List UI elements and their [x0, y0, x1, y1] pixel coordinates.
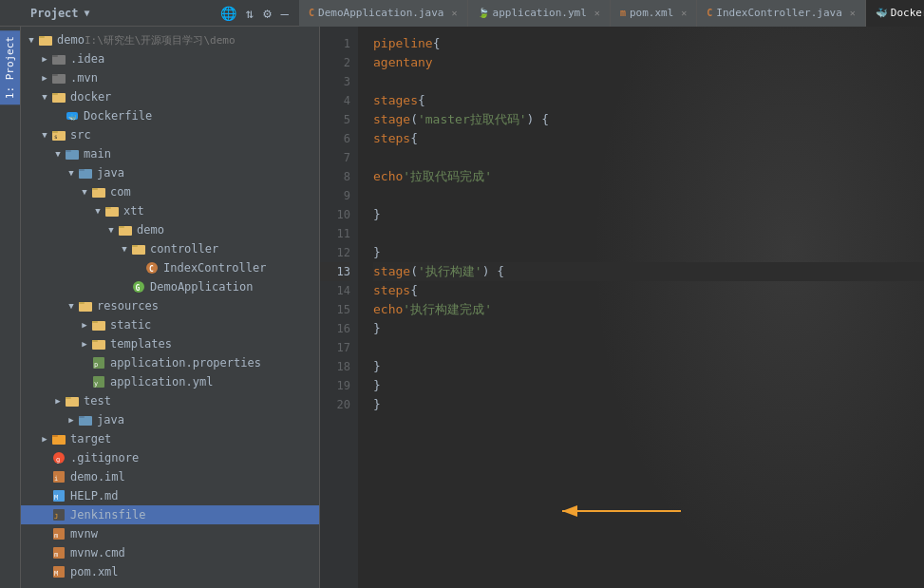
tree-item-dockerfile[interactable]: 🐳Dockerfile: [21, 106, 319, 125]
project-tab-vertical[interactable]: 1: Project: [0, 27, 21, 588]
tree-item-mvn[interactable]: ▶.mvn: [21, 68, 319, 87]
tree-arrow[interactable]: ▶: [38, 54, 51, 64]
tree-arrow[interactable]: ▼: [25, 35, 38, 45]
tab-icon-pomxml: m: [620, 8, 626, 18]
tab-close-indexcontroller[interactable]: ✕: [850, 8, 856, 18]
tree-arrow[interactable]: ▼: [78, 187, 91, 197]
tab-dockerfile[interactable]: 🐳 Dockerfile ✕: [866, 0, 924, 27]
tree-icon-folder-blue: [65, 146, 80, 161]
file-tree-sidebar: ▼demo I:\研究生\开源项目学习\demo▶.idea▶.mvn▼dock…: [21, 27, 320, 588]
tree-arrow[interactable]: ▶: [65, 415, 78, 425]
tree-arrow[interactable]: ▶: [78, 339, 91, 349]
tree-item-java2[interactable]: ▶java: [21, 410, 319, 429]
dropdown-arrow[interactable]: ▼: [85, 8, 90, 18]
line-number-2: 2: [320, 53, 350, 72]
tab-icon-dockerfile: 🐳: [876, 8, 887, 18]
svg-rect-22: [119, 226, 124, 228]
tree-label-java: java: [97, 166, 124, 180]
tree-arrow[interactable]: ▼: [38, 92, 51, 102]
tree-item-templates[interactable]: ▶templates: [21, 334, 319, 353]
tab-close-pomxml[interactable]: ✕: [681, 8, 687, 18]
code-editor: 1234567891011121314151617181920 pipeline…: [320, 27, 924, 588]
tree-arrow[interactable]: ▶: [78, 320, 91, 330]
tree-icon-folder-dot: [51, 51, 66, 66]
tree-item-com[interactable]: ▼com: [21, 182, 319, 201]
tree-item-demoiml[interactable]: idemo.iml: [21, 467, 319, 486]
tree-label-gitignore: .gitignore: [70, 451, 139, 465]
tree-arrow[interactable]: ▼: [91, 206, 104, 216]
tree-arrow[interactable]: ▼: [65, 301, 78, 311]
svg-text:C: C: [149, 265, 154, 274]
tree-item-gitignore[interactable]: g.gitignore: [21, 448, 319, 467]
tree-item-idea[interactable]: ▶.idea: [21, 49, 319, 68]
code-line-20: }: [373, 395, 924, 414]
tree-item-appprops[interactable]: papplication.properties: [21, 353, 319, 372]
svg-text:i: i: [54, 475, 58, 483]
tree-arrow[interactable]: ▶: [38, 73, 51, 83]
line-number-1: 1: [320, 34, 350, 53]
project-tab-label[interactable]: 1: Project: [0, 30, 20, 104]
tab-close-appyml[interactable]: ✕: [594, 8, 600, 18]
tab-indexcontroller[interactable]: C IndexController.java ✕: [697, 0, 866, 27]
tree-icon-jenkinsfile: J: [51, 507, 66, 522]
tree-item-mvnw[interactable]: mmvnw: [21, 524, 319, 543]
line-number-19: 19: [320, 376, 350, 395]
tree-item-java[interactable]: ▼java: [21, 163, 319, 182]
tree-item-indexcontroller[interactable]: CIndexController: [21, 258, 319, 277]
tree-arrow[interactable]: ▼: [51, 149, 65, 159]
tree-item-src[interactable]: ▼ssrc: [21, 125, 319, 144]
tree-item-demo-pkg[interactable]: ▼demo: [21, 220, 319, 239]
tree-arrow[interactable]: ▼: [104, 225, 118, 235]
tree-arrow[interactable]: ▼: [38, 130, 51, 140]
tree-icon-yml: y: [91, 374, 106, 389]
tree-item-static[interactable]: ▶static: [21, 315, 319, 334]
code-line-5: stage('master拉取代码') {: [373, 110, 924, 129]
tree-label-resources: resources: [97, 299, 159, 313]
tree-item-demo-root[interactable]: ▼demo I:\研究生\开源项目学习\demo: [21, 30, 319, 49]
tree-item-main[interactable]: ▼main: [21, 144, 319, 163]
svg-text:M: M: [54, 570, 58, 578]
tree-item-pomxml[interactable]: Mpom.xml: [21, 562, 319, 581]
tree-arrow[interactable]: ▶: [51, 396, 65, 406]
tree-item-test[interactable]: ▶test: [21, 391, 319, 410]
svg-rect-3: [52, 55, 58, 57]
svg-rect-14: [66, 150, 71, 152]
minimize-icon[interactable]: —: [278, 6, 292, 21]
code-line-11: [373, 224, 924, 243]
tree-item-jenkinsfile[interactable]: JJenkinsfile: [21, 505, 319, 524]
tab-demoapplication[interactable]: C DemoApplication.java ✕: [299, 0, 468, 27]
tree-item-target[interactable]: ▶target: [21, 429, 319, 448]
tab-close-demoapplication[interactable]: ✕: [451, 8, 457, 18]
tree-arrow[interactable]: ▶: [38, 434, 51, 444]
tree-item-docker[interactable]: ▼docker: [21, 87, 319, 106]
tab-label-demoapplication: DemoApplication.java: [318, 7, 443, 19]
tree-item-helpmd[interactable]: MHELP.md: [21, 486, 319, 505]
tree-icon-git: g: [51, 450, 66, 465]
code-line-17: [373, 338, 924, 357]
code-line-8: echo '拉取代码完成': [373, 167, 924, 186]
sort-icon[interactable]: ⇅: [243, 6, 256, 21]
tree-icon-folder-target: [51, 431, 66, 446]
tree-arrow[interactable]: ▼: [118, 244, 131, 254]
tab-icon-demoapplication: C: [309, 8, 314, 18]
tree-arrow[interactable]: ▼: [65, 168, 78, 178]
tab-icon-appyml: 🍃: [478, 8, 489, 18]
tree-item-demoapplication[interactable]: GDemoApplication: [21, 277, 319, 296]
line-number-8: 8: [320, 167, 350, 186]
svg-rect-40: [66, 397, 71, 399]
tree-label-helpmd: HELP.md: [70, 489, 119, 503]
tab-pomxml[interactable]: m pom.xml ✕: [611, 0, 697, 27]
tree-item-appyml[interactable]: yapplication.yml: [21, 372, 319, 391]
tab-appyml[interactable]: 🍃 application.yml ✕: [468, 0, 611, 27]
tree-item-mvnwcmd[interactable]: mmvnw.cmd: [21, 543, 319, 562]
line-number-18: 18: [320, 357, 350, 376]
tree-item-xtt[interactable]: ▼xtt: [21, 201, 319, 220]
tree-item-resources[interactable]: ▼resources: [21, 296, 319, 315]
gear-icon[interactable]: ⚙: [260, 6, 273, 21]
code-area[interactable]: pipeline { agent any stages { stage('mas…: [358, 27, 924, 588]
tree-label-target: target: [70, 432, 111, 446]
tree-item-controller[interactable]: ▼controller: [21, 239, 319, 258]
line-number-5: 5: [320, 110, 350, 129]
tree-icon-folder: [65, 393, 80, 408]
globe-icon[interactable]: 🌐: [217, 6, 239, 21]
